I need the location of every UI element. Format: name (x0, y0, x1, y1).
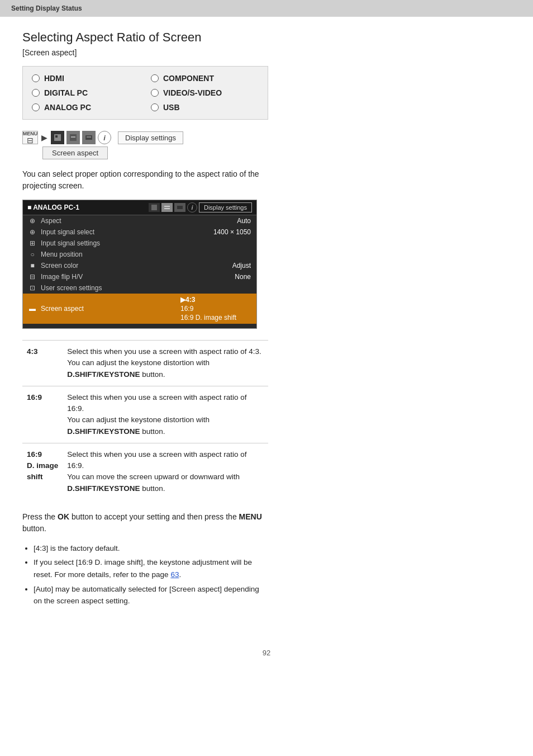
menu-bold: MENU (239, 512, 262, 521)
radio-analogpc[interactable] (32, 103, 40, 111)
main-content: Selecting Aspect Ratio of Screen [Screen… (0, 17, 291, 632)
input-source-label: USB (163, 103, 180, 112)
osd-item-screen-aspect[interactable]: ▬ Screen aspect ▶4:3 16:9 16:9 D. image … (23, 294, 256, 324)
osd-user-screen-icon: ⊡ (28, 284, 36, 292)
svg-rect-8 (164, 208, 170, 209)
desc-row-43: 4:3 Select this when you use a screen wi… (22, 341, 268, 386)
menu-arrow: ▶ (41, 133, 47, 142)
menu-icon: MENU ⊟ (22, 131, 38, 144)
desc-term-43: 4:3 (22, 341, 63, 386)
page-number: 92 (0, 649, 533, 668)
input-source-hdmi: HDMI (32, 72, 140, 84)
osd-submenu-item-43[interactable]: ▶4:3 (178, 295, 251, 304)
desc-content-43: Select this when you use a screen with a… (63, 341, 268, 386)
radio-digitalpc[interactable] (32, 89, 40, 97)
osd-item-label: Menu position (41, 251, 83, 258)
desc-content-169d: Select this when you use a screen with a… (63, 443, 268, 500)
svg-rect-5 (87, 136, 91, 138)
header-bar: Setting Display Status (0, 0, 533, 17)
osd-title-bar: ■ ANALOG PC-1 i Display settings (23, 200, 256, 215)
osd-display-label: Display settings (199, 202, 252, 212)
osd-item-image-flip[interactable]: ⊟ Image flip H/V None (23, 271, 256, 282)
osd-screen-aspect-icon: ▬ (28, 305, 36, 313)
desc-row-169: 16:9 Select this when you use a screen w… (22, 386, 268, 443)
desc-row-169d: 16:9 D. image shift Select this when you… (22, 443, 268, 500)
osd-item-value: None (235, 273, 251, 281)
desc-term-169: 16:9 (22, 386, 63, 443)
osd-item-aspect[interactable]: ⊕ Aspect Auto (23, 215, 256, 226)
radio-hdmi[interactable] (32, 74, 40, 82)
desc-term-169d-3: shift (27, 472, 43, 481)
osd-tab-1[interactable] (149, 203, 160, 212)
osd-submenu: ▶4:3 16:9 16:9 D. image shift (178, 295, 251, 322)
description-table: 4:3 Select this when you use a screen wi… (22, 340, 268, 500)
osd-tab-3[interactable] (174, 203, 185, 212)
input-source-label: VIDEO/S-VIDEO (163, 88, 222, 97)
input-source-usb: USB (151, 101, 259, 114)
desc-term-169d: 16:9 D. image shift (22, 443, 63, 500)
description-text: You can select proper option correspondi… (22, 168, 268, 192)
desc-term-169d-2: D. image (27, 461, 58, 470)
osd-submenu-item-169d[interactable]: 16:9 D. image shift (178, 313, 251, 322)
radio-videosv[interactable] (151, 89, 159, 97)
bullet-list: [4:3] is the factory default. If you sel… (22, 542, 268, 607)
osd-item-label: Aspect (41, 217, 61, 225)
screen-aspect-label: [Screen aspect] (22, 48, 268, 57)
osd-tab-2[interactable] (161, 203, 173, 212)
bullet-item-1: [4:3] is the factory default. (34, 542, 268, 555)
desc-term-169d-1: 16:9 (27, 450, 42, 459)
page-title: Selecting Aspect Ratio of Screen (22, 30, 268, 45)
osd-screen-color-icon: ■ (28, 262, 36, 270)
osd-item-menu-pos[interactable]: ○ Menu position (23, 249, 256, 260)
osd-submenu-item-169[interactable]: 16:9 (178, 304, 251, 313)
osd-item-value: 1400 × 1050 (213, 228, 251, 236)
input-source-label: DIGITAL PC (44, 88, 88, 97)
svg-rect-3 (71, 136, 75, 138)
osd-item-value: Auto (237, 217, 251, 225)
osd-bottom-spacer (23, 324, 256, 328)
screen-aspect-sublabel: Screen aspect (22, 147, 268, 168)
osd-menu-pos-icon: ○ (28, 251, 36, 258)
osd-item-label: Screen color (41, 262, 78, 270)
osd-input-settings-icon: ⊞ (28, 239, 36, 247)
osd-menu-items: ⊕ Aspect Auto ⊕ Input signal select 1400… (23, 215, 256, 324)
input-sources-grid: HDMI COMPONENT DIGITAL PC VIDEO/S-VIDEO … (22, 66, 268, 120)
input-source-analogpc: ANALOG PC (32, 101, 140, 114)
osd-image-flip-icon: ⊟ (28, 273, 36, 281)
osd-title: ■ ANALOG PC-1 (27, 204, 79, 211)
osd-item-label: User screen settings (41, 284, 102, 292)
screen-aspect-box: Screen aspect (42, 147, 108, 159)
menu-nav: MENU ⊟ ▶ i Display settings (22, 131, 268, 144)
osd-item-value: Adjust (232, 262, 251, 270)
menu-info-button[interactable]: i (98, 131, 111, 144)
display-settings-label: Display settings (118, 131, 183, 144)
bullet-item-2: If you select [16:9 D. image shift], the… (34, 556, 268, 580)
bullet-item-3: [Auto] may be automatically selected for… (34, 583, 268, 607)
menu-tab-3[interactable] (82, 131, 96, 144)
press-ok-text: Press the OK button to accept your setti… (22, 511, 268, 535)
bold-dshift-1: D.SHIFT/KEYSTONE (67, 370, 140, 379)
osd-menu: ■ ANALOG PC-1 i Display settings ⊕ Aspec… (22, 200, 257, 329)
osd-info-btn[interactable]: i (187, 202, 197, 212)
svg-rect-7 (164, 206, 170, 207)
menu-tab-1[interactable] (51, 131, 64, 144)
desc-content-169: Select this when you use a screen with a… (63, 386, 268, 443)
osd-item-label: Screen aspect (41, 305, 84, 313)
input-source-label: ANALOG PC (44, 103, 91, 112)
svg-rect-6 (151, 205, 157, 210)
bold-dshift-3: D.SHIFT/KEYSTONE (67, 484, 140, 493)
osd-item-label: Input signal settings (41, 239, 100, 247)
osd-item-screen-color[interactable]: ■ Screen color Adjust (23, 260, 256, 271)
osd-item-user-screen[interactable]: ⊡ User screen settings (23, 282, 256, 294)
input-source-videosv: VIDEO/S-VIDEO (151, 87, 259, 99)
radio-usb[interactable] (151, 103, 159, 111)
osd-item-input-signal[interactable]: ⊕ Input signal select 1400 × 1050 (23, 226, 256, 238)
input-source-component: COMPONENT (151, 72, 259, 84)
osd-item-input-settings[interactable]: ⊞ Input signal settings (23, 238, 256, 249)
bold-dshift-2: D.SHIFT/KEYSTONE (67, 427, 140, 436)
menu-tab-2[interactable] (66, 131, 80, 144)
radio-component[interactable] (151, 74, 159, 82)
osd-input-icon: ⊕ (28, 228, 36, 236)
page-link[interactable]: 63 (170, 570, 179, 579)
header-title: Setting Display Status (11, 4, 82, 12)
